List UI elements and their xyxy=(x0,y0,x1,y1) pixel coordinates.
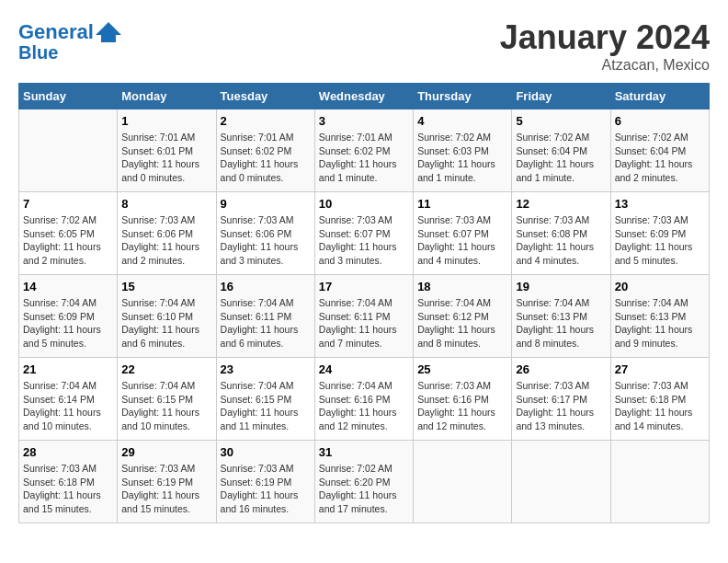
day-info: Sunrise: 7:03 AMSunset: 6:06 PMDaylight:… xyxy=(221,213,311,268)
day-info: Sunrise: 7:04 AMSunset: 6:15 PMDaylight:… xyxy=(121,379,211,433)
calendar-cell: 14Sunrise: 7:04 AMSunset: 6:09 PMDayligh… xyxy=(19,275,118,358)
day-info: Sunrise: 7:03 AMSunset: 6:06 PMDaylight:… xyxy=(121,213,211,268)
calendar-cell: 22Sunrise: 7:04 AMSunset: 6:15 PMDayligh… xyxy=(118,358,216,441)
calendar-cell xyxy=(19,109,118,192)
calendar-cell: 7Sunrise: 7:02 AMSunset: 6:05 PMDaylight… xyxy=(19,192,118,275)
day-info: Sunrise: 7:03 AMSunset: 6:07 PMDaylight:… xyxy=(417,213,507,268)
day-info: Sunrise: 7:04 AMSunset: 6:11 PMDaylight:… xyxy=(319,296,409,350)
calendar-cell xyxy=(414,441,512,523)
logo-text: General xyxy=(18,21,94,43)
day-number: 20 xyxy=(615,280,705,293)
calendar-day-header: Tuesday xyxy=(216,84,314,109)
day-number: 3 xyxy=(319,114,409,128)
day-number: 8 xyxy=(121,197,211,211)
day-info: Sunrise: 7:02 AMSunset: 6:04 PMDaylight:… xyxy=(516,131,606,185)
day-info: Sunrise: 7:04 AMSunset: 6:11 PMDaylight:… xyxy=(221,296,311,350)
calendar-cell: 30Sunrise: 7:03 AMSunset: 6:19 PMDayligh… xyxy=(216,441,314,523)
calendar-cell: 8Sunrise: 7:03 AMSunset: 6:06 PMDaylight… xyxy=(118,192,216,275)
calendar-cell: 17Sunrise: 7:04 AMSunset: 6:11 PMDayligh… xyxy=(314,275,413,358)
calendar-day-header: Friday xyxy=(512,84,610,109)
logo: General Blue xyxy=(18,18,123,63)
day-info: Sunrise: 7:03 AMSunset: 6:18 PMDaylight:… xyxy=(23,462,113,516)
calendar-cell: 9Sunrise: 7:03 AMSunset: 6:06 PMDaylight… xyxy=(216,192,314,275)
day-info: Sunrise: 7:04 AMSunset: 6:14 PMDaylight:… xyxy=(23,379,113,433)
calendar-day-header: Saturday xyxy=(610,84,709,109)
day-info: Sunrise: 7:03 AMSunset: 6:09 PMDaylight:… xyxy=(615,213,705,268)
day-number: 23 xyxy=(221,362,311,376)
day-number: 16 xyxy=(221,280,311,293)
day-number: 19 xyxy=(516,280,606,293)
day-info: Sunrise: 7:03 AMSunset: 6:07 PMDaylight:… xyxy=(319,213,409,268)
day-number: 31 xyxy=(319,445,409,459)
calendar-day-header: Sunday xyxy=(19,84,118,109)
day-info: Sunrise: 7:04 AMSunset: 6:09 PMDaylight:… xyxy=(23,296,113,350)
day-info: Sunrise: 7:03 AMSunset: 6:17 PMDaylight:… xyxy=(516,379,606,433)
calendar-day-header: Monday xyxy=(118,84,216,109)
calendar-cell xyxy=(512,441,610,523)
day-number: 4 xyxy=(417,114,507,128)
day-info: Sunrise: 7:03 AMSunset: 6:19 PMDaylight:… xyxy=(121,462,211,516)
day-info: Sunrise: 7:01 AMSunset: 6:02 PMDaylight:… xyxy=(319,131,409,185)
calendar-day-header: Thursday xyxy=(414,84,512,109)
calendar-cell: 13Sunrise: 7:03 AMSunset: 6:09 PMDayligh… xyxy=(610,192,709,275)
calendar-day-header: Wednesday xyxy=(314,84,413,109)
calendar-cell: 2Sunrise: 7:01 AMSunset: 6:02 PMDaylight… xyxy=(216,109,314,192)
calendar-cell: 27Sunrise: 7:03 AMSunset: 6:18 PMDayligh… xyxy=(610,358,709,441)
calendar-table: SundayMondayTuesdayWednesdayThursdayFrid… xyxy=(18,83,710,523)
calendar-cell xyxy=(610,441,709,523)
page-header: General Blue January 2024 Atzacan, Mexic… xyxy=(18,18,710,74)
day-number: 5 xyxy=(516,114,606,128)
day-info: Sunrise: 7:03 AMSunset: 6:08 PMDaylight:… xyxy=(516,213,606,268)
day-number: 22 xyxy=(121,362,211,376)
calendar-cell: 28Sunrise: 7:03 AMSunset: 6:18 PMDayligh… xyxy=(19,441,118,523)
day-number: 13 xyxy=(615,197,705,211)
day-info: Sunrise: 7:03 AMSunset: 6:16 PMDaylight:… xyxy=(417,379,507,433)
day-info: Sunrise: 7:03 AMSunset: 6:19 PMDaylight:… xyxy=(221,462,311,516)
calendar-cell: 21Sunrise: 7:04 AMSunset: 6:14 PMDayligh… xyxy=(19,358,118,441)
calendar-cell: 3Sunrise: 7:01 AMSunset: 6:02 PMDaylight… xyxy=(314,109,413,192)
day-number: 24 xyxy=(319,362,409,376)
title-block: January 2024 Atzacan, Mexico xyxy=(500,18,710,74)
day-info: Sunrise: 7:01 AMSunset: 6:02 PMDaylight:… xyxy=(221,131,311,185)
day-info: Sunrise: 7:02 AMSunset: 6:03 PMDaylight:… xyxy=(417,131,507,185)
day-number: 14 xyxy=(23,280,113,293)
day-number: 25 xyxy=(417,362,507,376)
day-info: Sunrise: 7:04 AMSunset: 6:12 PMDaylight:… xyxy=(417,296,507,350)
day-info: Sunrise: 7:04 AMSunset: 6:15 PMDaylight:… xyxy=(221,379,311,433)
calendar-cell: 26Sunrise: 7:03 AMSunset: 6:17 PMDayligh… xyxy=(512,358,610,441)
day-number: 6 xyxy=(615,114,705,128)
day-number: 26 xyxy=(516,362,606,376)
calendar-cell: 20Sunrise: 7:04 AMSunset: 6:13 PMDayligh… xyxy=(610,275,709,358)
calendar-cell: 10Sunrise: 7:03 AMSunset: 6:07 PMDayligh… xyxy=(314,192,413,275)
calendar-cell: 1Sunrise: 7:01 AMSunset: 6:01 PMDaylight… xyxy=(118,109,216,192)
calendar-cell: 18Sunrise: 7:04 AMSunset: 6:12 PMDayligh… xyxy=(414,275,512,358)
month-title: January 2024 xyxy=(500,18,710,57)
day-number: 21 xyxy=(23,362,113,376)
day-info: Sunrise: 7:02 AMSunset: 6:04 PMDaylight:… xyxy=(615,131,705,185)
day-info: Sunrise: 7:02 AMSunset: 6:20 PMDaylight:… xyxy=(319,462,409,516)
day-number: 15 xyxy=(121,280,211,293)
calendar-cell: 24Sunrise: 7:04 AMSunset: 6:16 PMDayligh… xyxy=(314,358,413,441)
day-info: Sunrise: 7:04 AMSunset: 6:13 PMDaylight:… xyxy=(615,296,705,350)
day-number: 1 xyxy=(121,114,211,128)
calendar-cell: 4Sunrise: 7:02 AMSunset: 6:03 PMDaylight… xyxy=(414,109,512,192)
location: Atzacan, Mexico xyxy=(500,57,710,74)
day-info: Sunrise: 7:01 AMSunset: 6:01 PMDaylight:… xyxy=(121,131,211,185)
day-number: 9 xyxy=(221,197,311,211)
calendar-cell: 19Sunrise: 7:04 AMSunset: 6:13 PMDayligh… xyxy=(512,275,610,358)
day-number: 10 xyxy=(319,197,409,211)
day-number: 11 xyxy=(417,197,507,211)
day-info: Sunrise: 7:04 AMSunset: 6:10 PMDaylight:… xyxy=(121,296,211,350)
day-info: Sunrise: 7:04 AMSunset: 6:13 PMDaylight:… xyxy=(516,296,606,350)
calendar-cell: 5Sunrise: 7:02 AMSunset: 6:04 PMDaylight… xyxy=(512,109,610,192)
calendar-cell: 15Sunrise: 7:04 AMSunset: 6:10 PMDayligh… xyxy=(118,275,216,358)
day-info: Sunrise: 7:02 AMSunset: 6:05 PMDaylight:… xyxy=(23,213,113,268)
calendar-cell: 31Sunrise: 7:02 AMSunset: 6:20 PMDayligh… xyxy=(314,441,413,523)
day-number: 27 xyxy=(615,362,705,376)
day-number: 7 xyxy=(23,197,113,211)
svg-marker-0 xyxy=(96,22,121,42)
logo-icon xyxy=(96,18,123,46)
calendar-cell: 12Sunrise: 7:03 AMSunset: 6:08 PMDayligh… xyxy=(512,192,610,275)
day-number: 29 xyxy=(121,445,211,459)
day-number: 2 xyxy=(221,114,311,128)
